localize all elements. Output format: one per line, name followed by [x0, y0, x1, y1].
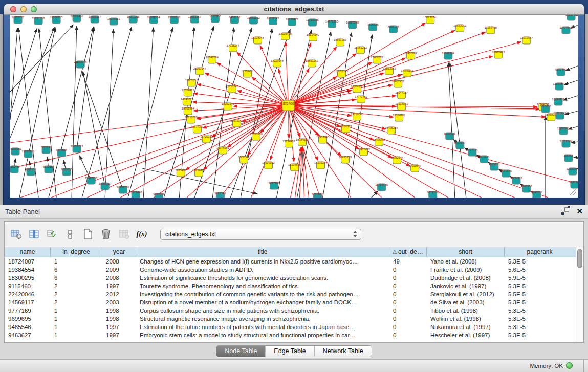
graph-node[interactable]: 20691406 — [71, 15, 83, 22]
graph-node[interactable]: 12100554 — [567, 168, 578, 175]
graph-node[interactable]: 20531028 — [32, 17, 45, 25]
graph-node[interactable]: 9474444 — [467, 149, 478, 156]
table-scrollbar[interactable] — [576, 247, 583, 342]
graph-node[interactable]: 16055727 — [12, 16, 25, 24]
graph-node[interactable]: 19320155 — [50, 16, 63, 24]
graph-node[interactable]: 10990547 — [408, 165, 421, 172]
column-header[interactable]: title — [136, 247, 389, 257]
graph-node[interactable]: 12164982 — [393, 114, 405, 121]
graph-node[interactable]: 15851210 — [306, 60, 318, 67]
graph-node[interactable]: 16044157 — [395, 92, 408, 99]
graph-node[interactable]: 16824155 — [351, 85, 363, 93]
graph-node[interactable]: 14240078 — [181, 98, 193, 105]
graph-node[interactable]: 13216045 — [351, 113, 363, 120]
graph-node[interactable]: 19051233 — [71, 145, 83, 152]
graph-node[interactable]: 17016504 — [560, 140, 573, 147]
graph-node[interactable]: 9699695 — [312, 193, 323, 198]
graph-node[interactable]: 8813074 — [425, 16, 436, 24]
graph-node[interactable]: 9245652 — [521, 185, 532, 192]
graph-node[interactable]: 8055124 — [388, 26, 399, 33]
graph-node[interactable]: 15276021 — [107, 18, 120, 25]
import-table-icon[interactable] — [117, 228, 130, 241]
table-row[interactable]: 977716911998Corpus callosum shape and si… — [5, 307, 583, 315]
graph-node[interactable]: 26206051 — [10, 148, 21, 155]
graph-node[interactable]: 9777169 — [427, 191, 439, 198]
close-panel-icon[interactable]: ✕ — [576, 207, 583, 215]
graph-node[interactable]: 18577331 — [191, 126, 204, 133]
table-row[interactable]: 1456911722003Disruption of a novel membe… — [5, 298, 583, 307]
graph-node[interactable]: 9115460 — [10, 166, 20, 173]
graph-node[interactable]: 15134451 — [282, 140, 295, 147]
graph-node[interactable]: 21053144 — [193, 68, 206, 75]
graph-node[interactable]: 6312554 — [43, 166, 54, 173]
graph-node[interactable]: 16339274 — [314, 162, 327, 169]
column-header[interactable]: △out_de… — [389, 247, 427, 257]
table-row[interactable]: 969969511998Structural magnetic resonanc… — [5, 315, 583, 323]
graph-node[interactable]: 8215958 — [540, 105, 551, 113]
graph-node[interactable]: 21053346 — [74, 61, 87, 68]
graph-node[interactable]: 11154408 — [485, 27, 497, 34]
graph-node[interactable]: 10958107 — [99, 183, 112, 190]
graph-node[interactable]: 12093872 — [553, 83, 566, 90]
graph-node[interactable]: 14853083 — [383, 68, 396, 75]
graph-node[interactable]: 9245112 — [569, 181, 578, 188]
row-height-icon[interactable] — [63, 228, 77, 241]
graph-node[interactable]: 9227343 — [555, 69, 567, 76]
table-row[interactable]: 2242004622012Investigating the contribut… — [5, 290, 583, 298]
window-titlebar[interactable]: citations_edges.txt — [4, 4, 584, 15]
table-row[interactable]: 1938455462009Genome-wide association stu… — [5, 266, 583, 274]
graph-node[interactable]: 16961232 — [354, 47, 367, 54]
graph-node[interactable]: 5913041 — [565, 15, 577, 20]
delete-table-icon[interactable] — [99, 228, 113, 241]
memory-status-indicator[interactable] — [566, 362, 573, 369]
graph-node[interactable]: 10719185 — [306, 19, 319, 26]
graph-node[interactable]: 17851210 — [185, 79, 198, 86]
graph-node[interactable]: 16553288 — [346, 21, 359, 29]
graph-node[interactable]: 16476412 — [357, 148, 370, 156]
graph-node[interactable]: 20081554 — [147, 16, 160, 24]
column-header[interactable]: in_degree — [51, 247, 102, 257]
graph-node[interactable]: 19556312 — [168, 16, 181, 24]
graph-node[interactable]: 10467437 — [391, 80, 404, 87]
graph-node[interactable]: 19663904 — [182, 107, 194, 115]
table-panel-titlebar[interactable]: Table Panel ✕ — [0, 205, 588, 219]
graph-node[interactable]: 10655327 — [89, 16, 101, 23]
table-row[interactable]: 1872400712008Changes of HCN gene express… — [5, 257, 583, 266]
graph-node[interactable]: 2620605 — [61, 168, 72, 176]
graph-node[interactable]: 12754411 — [241, 70, 253, 77]
graph-node[interactable]: 16842004 — [206, 56, 219, 63]
graph-node[interactable]: 15495279 — [339, 156, 352, 163]
graph-node[interactable]: 8471676 — [500, 170, 512, 177]
graph-node[interactable]: 9457791 — [269, 182, 280, 189]
table-selector-dropdown[interactable]: citations_edges.txt — [160, 229, 361, 240]
graph-node[interactable]: 8938923 — [444, 133, 455, 140]
network-canvas[interactable]: 1512454012125478182280481713527416842004… — [10, 15, 578, 198]
canvas-resize-handle[interactable] — [570, 189, 576, 195]
graph-node[interactable]: 16782759 — [117, 186, 129, 193]
graph-node[interactable]: 19384554 — [296, 139, 309, 146]
graph-node[interactable]: 9463627 — [153, 193, 164, 198]
table-row[interactable]: 1830029562008Estimation of significance … — [5, 274, 583, 282]
graph-node[interactable]: 6479197 — [454, 142, 466, 149]
graph-node[interactable]: 12125478 — [279, 33, 292, 40]
table-row[interactable]: 946362711997Embryonic stem cells: a mode… — [5, 331, 583, 339]
tab-node-table[interactable]: Node Table — [216, 346, 265, 357]
tab-edge-table[interactable]: Edge Table — [265, 346, 314, 357]
graph-node[interactable]: 9465546 — [214, 192, 226, 198]
graph-node[interactable]: 18952544 — [390, 157, 403, 164]
table-settings-icon[interactable] — [10, 228, 23, 241]
column-header[interactable]: year — [102, 247, 136, 257]
float-panel-icon[interactable] — [561, 207, 569, 215]
graph-node[interactable]: 10653257 — [188, 16, 201, 23]
graph-node[interactable]: 19663912 — [453, 25, 466, 32]
graph-hub-node[interactable]: 18724007 — [281, 100, 296, 111]
graph-node[interactable]: 15495214 — [385, 127, 398, 134]
scrollbar-thumb[interactable] — [577, 249, 582, 268]
graph-node[interactable]: 7515526 — [367, 24, 379, 31]
graph-node[interactable]: 12923448 — [129, 191, 142, 198]
graph-node[interactable]: 19853366 — [22, 150, 35, 158]
table-row[interactable]: 911546021997Tourette syndrome. Phenomeno… — [5, 282, 583, 290]
graph-node[interactable]: 14671355 — [325, 20, 338, 28]
graph-node[interactable]: 19861903 — [334, 39, 346, 46]
graph-node[interactable]: 12480533 — [371, 56, 383, 63]
